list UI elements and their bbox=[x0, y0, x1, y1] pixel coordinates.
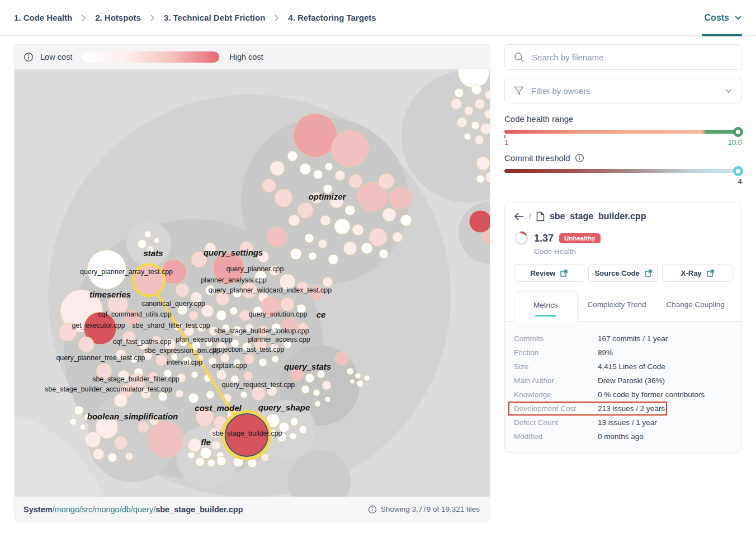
tab-complexity-trend[interactable]: Complexity Trend bbox=[578, 291, 656, 321]
file-bubble[interactable] bbox=[364, 375, 370, 381]
file-bubble[interactable] bbox=[475, 99, 485, 109]
file-bubble[interactable] bbox=[313, 389, 320, 396]
info-icon[interactable] bbox=[575, 153, 584, 163]
file-bubble[interactable] bbox=[252, 387, 265, 400]
file-bubble[interactable] bbox=[393, 232, 403, 242]
file-bubble[interactable] bbox=[315, 401, 320, 407]
file-bubble[interactable] bbox=[328, 254, 338, 265]
file-bubble[interactable] bbox=[457, 117, 467, 128]
file-bubble[interactable] bbox=[211, 441, 220, 450]
file-bubble[interactable] bbox=[189, 311, 198, 320]
source-code-button[interactable]: Source Code bbox=[588, 264, 659, 282]
file-bubble[interactable] bbox=[176, 284, 189, 297]
file-bubble[interactable] bbox=[262, 179, 276, 192]
file-bubble[interactable] bbox=[207, 459, 215, 467]
info-icon[interactable] bbox=[368, 505, 377, 514]
breadcrumb-step-refactoring-targets[interactable]: 4. Refactoring Targets bbox=[288, 13, 376, 22]
file-bubble[interactable] bbox=[244, 371, 253, 380]
file-bubble[interactable] bbox=[309, 252, 316, 260]
file-bubble[interactable] bbox=[369, 228, 387, 246]
file-bubble[interactable] bbox=[114, 394, 127, 407]
code-health-max-handle[interactable] bbox=[733, 127, 743, 137]
tab-metrics[interactable]: Metrics bbox=[514, 291, 578, 322]
file-bubble[interactable] bbox=[294, 114, 337, 157]
file-bubble[interactable] bbox=[148, 422, 183, 457]
file-bubble[interactable] bbox=[332, 130, 368, 167]
file-bubble[interactable] bbox=[469, 210, 490, 233]
file-bubble[interactable] bbox=[114, 436, 127, 450]
file-bubble[interactable] bbox=[138, 239, 147, 248]
file-bubble[interactable] bbox=[155, 355, 167, 366]
search-box[interactable] bbox=[504, 44, 742, 70]
file-bubble[interactable] bbox=[305, 374, 314, 383]
file-bubble[interactable] bbox=[379, 173, 394, 189]
file-bubble[interactable] bbox=[275, 189, 292, 207]
file-bubble[interactable] bbox=[379, 249, 388, 258]
file-bubble[interactable] bbox=[93, 449, 104, 460]
file-bubble[interactable] bbox=[325, 397, 330, 402]
file-bubble[interactable] bbox=[343, 242, 357, 255]
file-bubble[interactable] bbox=[290, 433, 296, 440]
file-bubble[interactable] bbox=[74, 406, 83, 415]
file-bubble[interactable] bbox=[301, 385, 309, 393]
file-bubble[interactable] bbox=[188, 452, 195, 459]
file-bubble[interactable] bbox=[176, 390, 183, 398]
file-bubble[interactable] bbox=[357, 380, 363, 387]
commit-threshold-handle[interactable] bbox=[733, 166, 743, 176]
tab-change-coupling[interactable]: Change Coupling bbox=[656, 291, 735, 321]
search-input[interactable] bbox=[532, 53, 733, 62]
file-bubble[interactable] bbox=[290, 418, 298, 426]
file-bubble[interactable] bbox=[70, 418, 77, 425]
file-bubble[interactable] bbox=[476, 175, 484, 183]
file-bubble[interactable] bbox=[323, 277, 333, 287]
file-bubble[interactable] bbox=[216, 310, 226, 320]
code-health-range-slider[interactable] bbox=[504, 130, 742, 134]
file-bubble[interactable] bbox=[475, 135, 484, 144]
file-bubble[interactable] bbox=[476, 157, 490, 170]
file-bubble[interactable] bbox=[335, 352, 348, 365]
file-bubble[interactable] bbox=[471, 121, 479, 129]
file-bubble[interactable] bbox=[400, 215, 412, 226]
path-directories[interactable]: /mongo/src/mongo/db/query/ bbox=[53, 505, 156, 514]
file-bubble[interactable] bbox=[281, 298, 294, 311]
file-bubble[interactable] bbox=[191, 371, 198, 378]
file-bubble[interactable] bbox=[196, 457, 205, 466]
info-icon[interactable] bbox=[23, 52, 34, 62]
path-root[interactable]: System bbox=[23, 505, 53, 514]
refactoring-targets-bubble-chart[interactable]: optimizerstatsquery_settingstimeseriesce… bbox=[15, 69, 490, 497]
breadcrumb-step-code-health[interactable]: 1. Code Health bbox=[14, 13, 72, 22]
file-bubble[interactable] bbox=[154, 238, 159, 243]
file-bubble[interactable] bbox=[259, 358, 267, 366]
file-bubble[interactable] bbox=[216, 370, 226, 380]
xray-button[interactable]: X-Ray bbox=[662, 264, 733, 282]
file-bubble[interactable] bbox=[240, 391, 247, 398]
file-bubble[interactable] bbox=[144, 231, 151, 238]
file-bubble[interactable] bbox=[217, 456, 226, 465]
back-arrow-icon[interactable] bbox=[514, 213, 524, 220]
file-bubble[interactable] bbox=[220, 353, 229, 362]
breadcrumb-step-hotspots[interactable]: 2. Hotspots bbox=[95, 13, 141, 22]
file-bubble[interactable] bbox=[290, 248, 301, 259]
file-bubble[interactable] bbox=[138, 422, 149, 433]
file-bubble[interactable] bbox=[206, 391, 214, 399]
file-bubble[interactable] bbox=[85, 432, 101, 447]
file-bubble[interactable] bbox=[270, 161, 285, 176]
file-bubble[interactable] bbox=[345, 205, 355, 215]
file-bubble[interactable] bbox=[480, 123, 490, 134]
file-bubble[interactable] bbox=[361, 243, 372, 254]
file-bubble[interactable] bbox=[287, 151, 297, 161]
file-bubble[interactable] bbox=[188, 438, 201, 452]
file-bubble[interactable] bbox=[382, 208, 396, 221]
commit-threshold-slider[interactable] bbox=[504, 169, 742, 173]
file-bubble[interactable] bbox=[230, 307, 238, 315]
file-bubble[interactable] bbox=[108, 453, 117, 462]
file-bubble[interactable] bbox=[299, 426, 307, 433]
file-bubble[interactable] bbox=[355, 373, 361, 379]
file-bubble[interactable] bbox=[314, 170, 323, 179]
file-bubble[interactable] bbox=[318, 239, 327, 248]
file-bubble[interactable] bbox=[464, 106, 473, 115]
file-bubble[interactable] bbox=[335, 171, 345, 181]
file-bubble[interactable] bbox=[334, 219, 350, 234]
file-bubble[interactable] bbox=[347, 368, 353, 375]
file-bubble[interactable] bbox=[455, 88, 464, 97]
